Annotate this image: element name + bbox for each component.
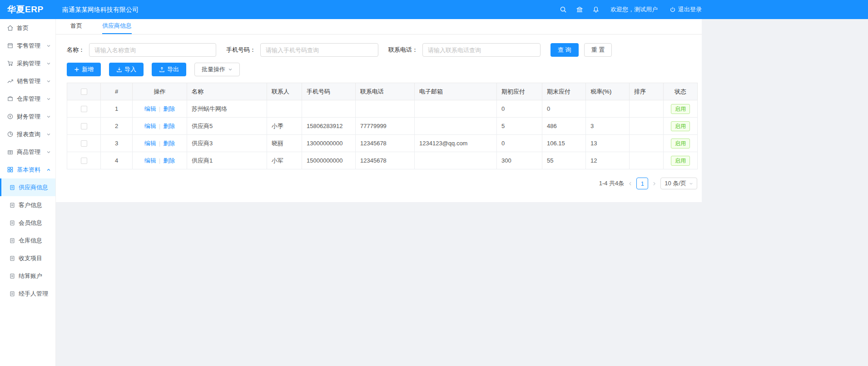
delete-link[interactable]: 删除: [163, 105, 175, 112]
pagination-total: 1-4 共4条: [599, 179, 625, 188]
sidebar-item-label: 供应商信息: [19, 183, 48, 192]
sidebar-item-warehouse-info[interactable]: 仓库信息: [0, 232, 55, 249]
name-filter-input[interactable]: [89, 43, 216, 57]
mobile-filter-input[interactable]: [260, 43, 378, 57]
page-size-select[interactable]: 10 条/页: [660, 178, 697, 189]
add-button-label: 新增: [82, 65, 94, 74]
edit-link[interactable]: 编辑: [144, 105, 156, 112]
sidebar-item-home[interactable]: 首页: [0, 19, 55, 37]
sidebar-item-handler-management[interactable]: 经手人管理: [0, 285, 55, 302]
table-row: 1 编辑|删除 苏州蜗牛网络 0 0 启用: [67, 100, 698, 118]
select-all-checkbox[interactable]: [81, 89, 87, 95]
batch-actions-button[interactable]: 批量操作: [194, 63, 240, 76]
row-index: 3: [101, 135, 133, 152]
sidebar-item-label: 零售管理: [17, 42, 40, 50]
column-header-end-payable: 期末应付: [542, 83, 586, 100]
page-number-1[interactable]: 1: [636, 178, 648, 189]
sidebar-item-finance[interactable]: 财务管理: [0, 108, 55, 125]
document-icon: [9, 237, 15, 244]
sidebar-item-income-expense[interactable]: 收支项目: [0, 249, 55, 267]
document-icon: [9, 255, 15, 262]
import-icon: [116, 67, 122, 73]
tab-bar: 首页 供应商信息: [56, 19, 702, 35]
column-header-status: 状态: [664, 83, 698, 100]
sidebar-item-reports[interactable]: 报表查询: [0, 125, 55, 143]
delete-link[interactable]: 删除: [163, 140, 175, 147]
cell-contact: [267, 100, 302, 118]
prev-page-icon[interactable]: [628, 181, 633, 186]
cell-mobile: 15806283912: [302, 118, 356, 135]
cell-begin-payable: 0: [497, 100, 542, 118]
search-icon[interactable]: [560, 6, 567, 13]
status-badge: 启用: [671, 104, 690, 114]
cell-sort: [630, 135, 664, 152]
reset-button-label: 重 置: [591, 46, 605, 54]
column-header-email: 电子邮箱: [415, 83, 497, 100]
sidebar-item-label: 采购管理: [17, 59, 40, 68]
import-button[interactable]: 导入: [109, 63, 144, 76]
row-checkbox[interactable]: [81, 106, 87, 112]
batch-actions-label: 批量操作: [202, 65, 225, 74]
row-checkbox[interactable]: [81, 123, 87, 129]
sidebar-item-supplier-info[interactable]: 供应商信息: [0, 178, 55, 196]
row-checkbox[interactable]: [81, 140, 87, 147]
phone-filter-input[interactable]: [422, 43, 541, 57]
sidebar-item-customer-info[interactable]: 客户信息: [0, 196, 55, 214]
plus-icon: [74, 67, 79, 72]
delete-link[interactable]: 删除: [163, 157, 175, 164]
sidebar-item-basic-data[interactable]: 基本资料: [0, 161, 55, 178]
sidebar: 首页 零售管理 采购管理 销售管理 仓库管理: [0, 19, 56, 366]
chevron-down-icon: [46, 114, 51, 119]
row-checkbox[interactable]: [81, 158, 87, 164]
sidebar-item-settlement-account[interactable]: 结算账户: [0, 267, 55, 285]
sidebar-item-label: 财务管理: [17, 113, 40, 121]
sidebar-item-label: 客户信息: [19, 201, 42, 209]
cell-name: 供应商1: [187, 152, 267, 169]
add-button[interactable]: 新增: [67, 63, 101, 76]
search-button[interactable]: 查 询: [551, 43, 579, 57]
cell-tax-rate: [586, 100, 630, 118]
logout-label: 退出登录: [678, 5, 702, 14]
column-header-begin-payable: 期初应付: [497, 83, 542, 100]
box-icon: [7, 95, 14, 102]
reset-button[interactable]: 重 置: [584, 43, 612, 57]
tab-home[interactable]: 首页: [70, 19, 82, 34]
edit-link[interactable]: 编辑: [144, 157, 156, 164]
tab-supplier-info[interactable]: 供应商信息: [102, 19, 132, 34]
edit-link[interactable]: 编辑: [144, 123, 156, 129]
sidebar-item-goods[interactable]: 商品管理: [0, 143, 55, 161]
content-panel: 名称： 手机号码： 联系电话： 查 询 重 置 新增: [56, 35, 702, 202]
chevron-down-icon: [46, 44, 51, 48]
cell-tax-rate: 3: [586, 118, 630, 135]
action-divider: |: [159, 140, 160, 147]
cell-sort: [630, 118, 664, 135]
sidebar-item-retail[interactable]: 零售管理: [0, 37, 55, 54]
edit-link[interactable]: 编辑: [144, 140, 156, 147]
sidebar-item-member-info[interactable]: 会员信息: [0, 214, 55, 232]
table-header-row: # 操作 名称 联系人 手机号码 联系电话 电子邮箱 期初应付 期末应付 税率(…: [67, 83, 698, 100]
sidebar-item-warehouse[interactable]: 仓库管理: [0, 90, 55, 108]
next-page-icon[interactable]: [652, 181, 657, 186]
column-header-contact: 联系人: [267, 83, 302, 100]
main-area: 首页 供应商信息 名称： 手机号码： 联系电话： 查 询 重 置 新增: [56, 19, 868, 366]
bank-icon[interactable]: [576, 6, 583, 13]
table-row: 3 编辑|删除 供应商3 晓丽 13000000000 12345678 123…: [67, 135, 698, 152]
bell-icon[interactable]: [592, 6, 600, 13]
logout-button[interactable]: 退出登录: [670, 5, 702, 14]
cell-contact: 小季: [267, 118, 302, 135]
search-button-label: 查 询: [558, 46, 571, 54]
cart-icon: [7, 60, 14, 67]
table-row: 4 编辑|删除 供应商1 小军 15000000000 12345678 300…: [67, 152, 698, 169]
cell-email: 1234123@qq.com: [415, 135, 497, 152]
cell-phone: 77779999: [356, 118, 415, 135]
trend-icon: [7, 78, 14, 84]
toolbar: 新增 导入 导出 批量操作: [67, 63, 697, 76]
gift-icon: [7, 148, 14, 155]
sidebar-item-purchase[interactable]: 采购管理: [0, 54, 55, 72]
sidebar-item-sales[interactable]: 销售管理: [0, 72, 55, 90]
cell-sort: [630, 152, 664, 169]
cell-begin-payable: 5: [497, 118, 542, 135]
delete-link[interactable]: 删除: [163, 123, 175, 129]
export-button[interactable]: 导出: [152, 63, 186, 76]
pagination: 1-4 共4条 1 10 条/页: [67, 178, 697, 189]
